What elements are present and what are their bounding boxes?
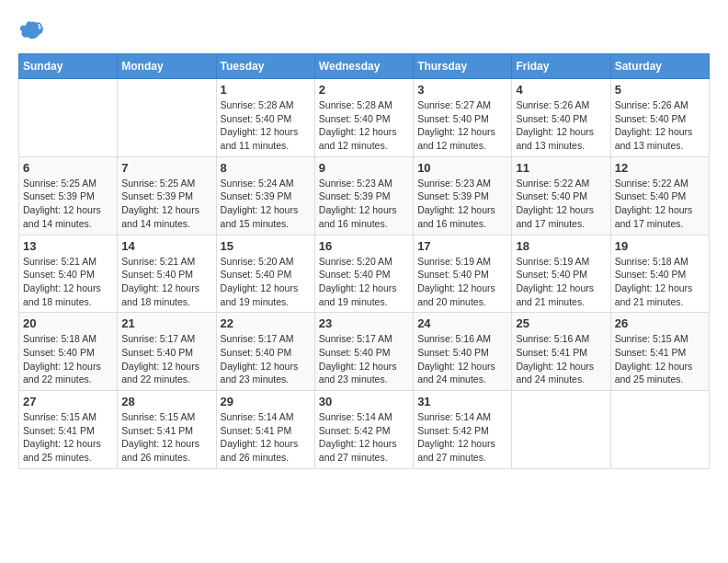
day-info: Sunrise: 5:28 AM Sunset: 5:40 PM Dayligh… (319, 98, 409, 153)
day-number: 16 (319, 239, 409, 253)
day-number: 8 (221, 161, 311, 175)
calendar-cell: 3Sunrise: 5:27 AM Sunset: 5:40 PM Daylig… (414, 79, 512, 157)
day-number: 22 (221, 316, 311, 330)
calendar-week-row: 1Sunrise: 5:28 AM Sunset: 5:40 PM Daylig… (19, 79, 710, 157)
calendar-header-row: SundayMondayTuesdayWednesdayThursdayFrid… (19, 54, 710, 79)
day-info: Sunrise: 5:17 AM Sunset: 5:40 PM Dayligh… (221, 332, 311, 386)
day-number: 29 (221, 395, 311, 408)
calendar-cell: 27Sunrise: 5:15 AM Sunset: 5:41 PM Dayli… (19, 391, 118, 469)
day-number: 12 (615, 161, 705, 175)
day-info: Sunrise: 5:14 AM Sunset: 5:42 PM Dayligh… (319, 410, 409, 465)
day-info: Sunrise: 5:24 AM Sunset: 5:39 PM Dayligh… (221, 177, 311, 231)
day-number: 30 (319, 395, 409, 408)
calendar-cell: 19Sunrise: 5:18 AM Sunset: 5:40 PM Dayli… (610, 235, 709, 313)
day-number: 25 (516, 316, 606, 330)
day-info: Sunrise: 5:16 AM Sunset: 5:41 PM Dayligh… (516, 332, 606, 386)
calendar-cell: 24Sunrise: 5:16 AM Sunset: 5:40 PM Dayli… (414, 313, 512, 391)
day-header-monday: Monday (118, 54, 216, 79)
day-number: 3 (417, 83, 507, 97)
calendar-cell: 16Sunrise: 5:20 AM Sunset: 5:40 PM Dayli… (314, 235, 413, 313)
calendar-cell: 20Sunrise: 5:18 AM Sunset: 5:40 PM Dayli… (19, 313, 118, 391)
day-header-wednesday: Wednesday (314, 54, 413, 79)
day-info: Sunrise: 5:17 AM Sunset: 5:40 PM Dayligh… (319, 332, 409, 386)
day-number: 13 (23, 239, 113, 253)
day-number: 31 (417, 395, 507, 408)
calendar-cell: 30Sunrise: 5:14 AM Sunset: 5:42 PM Dayli… (314, 391, 413, 469)
calendar-cell: 8Sunrise: 5:24 AM Sunset: 5:39 PM Daylig… (216, 156, 314, 235)
calendar-cell: 5Sunrise: 5:26 AM Sunset: 5:40 PM Daylig… (610, 79, 709, 157)
day-header-saturday: Saturday (610, 54, 709, 79)
day-info: Sunrise: 5:27 AM Sunset: 5:40 PM Dayligh… (417, 98, 507, 153)
day-info: Sunrise: 5:15 AM Sunset: 5:41 PM Dayligh… (23, 410, 113, 465)
day-number: 23 (319, 316, 409, 330)
calendar-cell: 23Sunrise: 5:17 AM Sunset: 5:40 PM Dayli… (314, 313, 413, 391)
day-number: 7 (121, 161, 211, 175)
calendar-table: SundayMondayTuesdayWednesdayThursdayFrid… (18, 53, 710, 469)
day-number: 21 (121, 316, 211, 330)
calendar-cell (512, 391, 610, 469)
calendar-cell: 1Sunrise: 5:28 AM Sunset: 5:40 PM Daylig… (216, 79, 314, 157)
day-info: Sunrise: 5:19 AM Sunset: 5:40 PM Dayligh… (516, 255, 606, 309)
day-number: 24 (417, 316, 507, 330)
day-info: Sunrise: 5:16 AM Sunset: 5:40 PM Dayligh… (417, 332, 507, 386)
day-number: 14 (121, 239, 211, 253)
day-number: 28 (121, 395, 211, 408)
calendar-cell (610, 391, 709, 469)
day-info: Sunrise: 5:25 AM Sunset: 5:39 PM Dayligh… (121, 177, 211, 231)
day-number: 9 (319, 161, 409, 175)
day-number: 1 (221, 83, 311, 97)
day-info: Sunrise: 5:23 AM Sunset: 5:39 PM Dayligh… (319, 177, 409, 231)
day-header-tuesday: Tuesday (216, 54, 314, 79)
day-info: Sunrise: 5:23 AM Sunset: 5:39 PM Dayligh… (417, 177, 507, 231)
calendar-cell: 4Sunrise: 5:26 AM Sunset: 5:40 PM Daylig… (512, 79, 610, 157)
calendar-cell: 26Sunrise: 5:15 AM Sunset: 5:41 PM Dayli… (610, 313, 709, 391)
logo (18, 18, 48, 44)
day-info: Sunrise: 5:26 AM Sunset: 5:40 PM Dayligh… (516, 98, 606, 153)
calendar-cell: 11Sunrise: 5:22 AM Sunset: 5:40 PM Dayli… (512, 156, 610, 235)
day-header-sunday: Sunday (19, 54, 118, 79)
day-info: Sunrise: 5:15 AM Sunset: 5:41 PM Dayligh… (615, 332, 705, 386)
day-info: Sunrise: 5:21 AM Sunset: 5:40 PM Dayligh… (121, 255, 211, 309)
calendar-cell: 31Sunrise: 5:14 AM Sunset: 5:42 PM Dayli… (414, 391, 512, 469)
day-info: Sunrise: 5:20 AM Sunset: 5:40 PM Dayligh… (319, 255, 409, 309)
day-info: Sunrise: 5:17 AM Sunset: 5:40 PM Dayligh… (121, 332, 211, 386)
day-number: 4 (516, 83, 606, 97)
day-info: Sunrise: 5:14 AM Sunset: 5:41 PM Dayligh… (221, 410, 311, 465)
calendar-cell: 7Sunrise: 5:25 AM Sunset: 5:39 PM Daylig… (118, 156, 216, 235)
day-number: 2 (319, 83, 409, 97)
calendar-cell: 9Sunrise: 5:23 AM Sunset: 5:39 PM Daylig… (314, 156, 413, 235)
calendar-cell: 14Sunrise: 5:21 AM Sunset: 5:40 PM Dayli… (118, 235, 216, 313)
calendar-cell: 22Sunrise: 5:17 AM Sunset: 5:40 PM Dayli… (216, 313, 314, 391)
day-header-thursday: Thursday (414, 54, 512, 79)
calendar-week-row: 6Sunrise: 5:25 AM Sunset: 5:39 PM Daylig… (19, 156, 710, 235)
day-number: 18 (516, 239, 606, 253)
day-info: Sunrise: 5:28 AM Sunset: 5:40 PM Dayligh… (221, 98, 311, 153)
day-info: Sunrise: 5:22 AM Sunset: 5:40 PM Dayligh… (516, 177, 606, 231)
calendar-cell: 17Sunrise: 5:19 AM Sunset: 5:40 PM Dayli… (414, 235, 512, 313)
calendar-cell: 28Sunrise: 5:15 AM Sunset: 5:41 PM Dayli… (118, 391, 216, 469)
day-number: 27 (23, 395, 113, 408)
calendar-cell: 6Sunrise: 5:25 AM Sunset: 5:39 PM Daylig… (19, 156, 118, 235)
calendar-cell (118, 79, 216, 157)
day-info: Sunrise: 5:20 AM Sunset: 5:40 PM Dayligh… (221, 255, 311, 309)
calendar-cell: 18Sunrise: 5:19 AM Sunset: 5:40 PM Dayli… (512, 235, 610, 313)
page-header (18, 18, 710, 44)
day-number: 20 (23, 316, 113, 330)
day-number: 17 (417, 239, 507, 253)
day-info: Sunrise: 5:22 AM Sunset: 5:40 PM Dayligh… (615, 177, 705, 231)
day-number: 19 (615, 239, 705, 253)
day-number: 10 (417, 161, 507, 175)
logo-bird-icon (18, 18, 44, 44)
day-info: Sunrise: 5:14 AM Sunset: 5:42 PM Dayligh… (417, 410, 507, 465)
day-number: 5 (615, 83, 705, 97)
day-number: 15 (221, 239, 311, 253)
day-info: Sunrise: 5:18 AM Sunset: 5:40 PM Dayligh… (23, 332, 113, 386)
day-number: 11 (516, 161, 606, 175)
day-info: Sunrise: 5:19 AM Sunset: 5:40 PM Dayligh… (417, 255, 507, 309)
calendar-cell: 12Sunrise: 5:22 AM Sunset: 5:40 PM Dayli… (610, 156, 709, 235)
day-number: 26 (615, 316, 705, 330)
calendar-cell: 21Sunrise: 5:17 AM Sunset: 5:40 PM Dayli… (118, 313, 216, 391)
calendar-week-row: 20Sunrise: 5:18 AM Sunset: 5:40 PM Dayli… (19, 313, 710, 391)
calendar-cell (19, 79, 118, 157)
calendar-cell: 10Sunrise: 5:23 AM Sunset: 5:39 PM Dayli… (414, 156, 512, 235)
